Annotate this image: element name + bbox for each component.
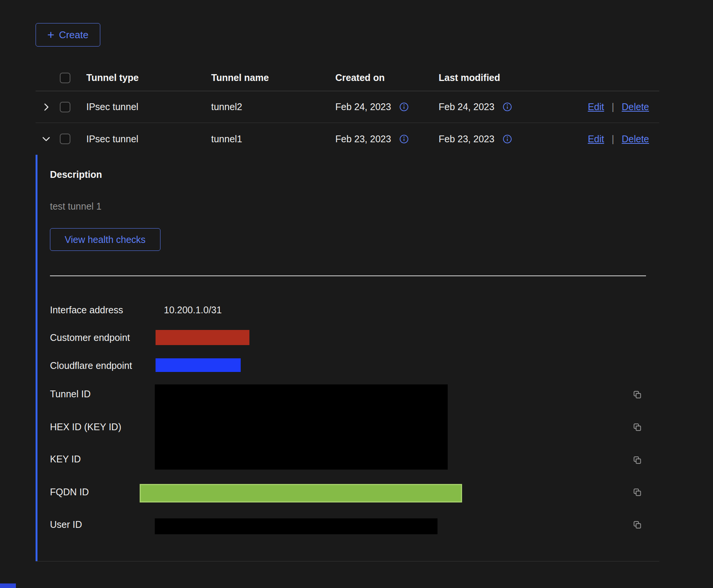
delete-link[interactable]: Delete <box>622 134 649 145</box>
header-tunnel-type: Tunnel type <box>86 72 211 83</box>
table-header-row: Tunnel type Tunnel name Created on Last … <box>36 65 659 91</box>
chevron-right-icon <box>41 102 51 112</box>
tunnels-page: + Create Tunnel type Tunnel name Created… <box>0 0 713 562</box>
user-id-redacted-value <box>155 518 437 534</box>
edit-link[interactable]: Edit <box>588 134 604 145</box>
plus-icon: + <box>47 29 54 41</box>
info-icon[interactable] <box>503 134 512 144</box>
last-modified-value: Feb 23, 2023 <box>439 134 494 145</box>
interface-address-label: Interface address <box>50 304 123 316</box>
tunnel-name-cell: tunnel1 <box>211 134 335 145</box>
user-id-label: User ID <box>50 519 82 530</box>
cloudflare-endpoint-label: Cloudflare endpoint <box>50 360 132 371</box>
copy-icon <box>632 390 642 400</box>
header-last-modified: Last modified <box>439 72 584 83</box>
fqdn-id-redacted-value <box>140 484 462 502</box>
panel-divider <box>50 275 646 276</box>
create-button[interactable]: + Create <box>36 23 100 47</box>
tunnel-id-label: Tunnel ID <box>50 388 90 400</box>
ids-redacted-values <box>155 384 448 470</box>
description-value: test tunnel 1 <box>50 201 101 212</box>
chevron-down-icon <box>41 134 51 144</box>
created-on-value: Feb 23, 2023 <box>335 134 391 145</box>
edit-link[interactable]: Edit <box>588 101 604 112</box>
panel-bottom-border <box>36 561 659 562</box>
header-tunnel-name: Tunnel name <box>211 72 335 83</box>
created-on-value: Feb 24, 2023 <box>335 101 391 112</box>
interface-address-value: 10.200.1.0/31 <box>164 304 222 316</box>
copy-tunnel-id-button[interactable] <box>632 390 642 400</box>
customer-endpoint-label: Customer endpoint <box>50 332 130 343</box>
tunnel-name-cell: tunnel2 <box>211 101 335 112</box>
cloudflare-endpoint-redacted-value <box>156 358 241 372</box>
copy-key-id-button[interactable] <box>632 455 642 465</box>
copy-icon <box>632 455 642 465</box>
header-created-on: Created on <box>335 72 439 83</box>
table-row-tunnel1: IPsec tunnel tunnel1 Feb 23, 2023 Feb 23… <box>36 123 659 155</box>
create-button-label: Create <box>59 29 89 41</box>
view-health-checks-button[interactable]: View health checks <box>50 228 160 251</box>
fqdn-id-label: FQDN ID <box>50 486 89 498</box>
delete-link[interactable]: Delete <box>622 101 649 112</box>
copy-hex-id-button[interactable] <box>632 422 642 432</box>
actions-separator: | <box>612 134 614 145</box>
description-label: Description <box>50 169 102 180</box>
table-row-tunnel2: IPsec tunnel tunnel2 Feb 24, 2023 Feb 24… <box>36 91 659 123</box>
info-icon[interactable] <box>399 102 409 112</box>
row-checkbox[interactable] <box>60 102 70 112</box>
last-modified-value: Feb 24, 2023 <box>439 101 494 112</box>
expanded-indicator-bar <box>36 155 37 562</box>
corner-scroll-indicator <box>0 583 16 588</box>
select-all-checkbox[interactable] <box>60 73 70 83</box>
tunnels-table: Tunnel type Tunnel name Created on Last … <box>36 65 659 562</box>
copy-fqdn-id-button[interactable] <box>632 487 642 497</box>
expand-row-button[interactable] <box>41 102 51 112</box>
info-icon[interactable] <box>399 134 409 144</box>
key-id-label: KEY ID <box>50 453 81 465</box>
hex-id-label: HEX ID (KEY ID) <box>50 421 121 432</box>
collapse-row-button[interactable] <box>41 134 51 144</box>
customer-endpoint-redacted-value <box>156 330 249 345</box>
row-checkbox[interactable] <box>60 134 70 144</box>
info-icon[interactable] <box>503 102 512 112</box>
copy-user-id-button[interactable] <box>632 520 642 530</box>
copy-icon <box>632 422 642 432</box>
copy-icon <box>632 487 642 497</box>
copy-icon <box>632 520 642 530</box>
actions-separator: | <box>612 101 614 112</box>
tunnel-details-panel: Description test tunnel 1 View health ch… <box>36 155 659 562</box>
tunnel-type-cell: IPsec tunnel <box>86 101 211 112</box>
tunnel-type-cell: IPsec tunnel <box>86 134 211 145</box>
